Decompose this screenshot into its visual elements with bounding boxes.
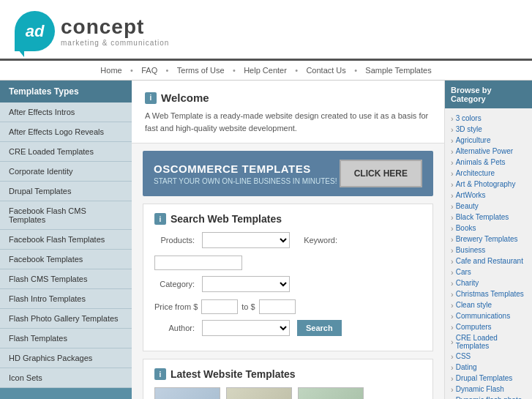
banner-title: OSCOMMERCE TEMPLATES	[154, 163, 337, 175]
sidebar-item-fb-flash[interactable]: Facebook Flash Templates	[0, 230, 132, 250]
search-icon: i	[154, 213, 166, 225]
sidebar-item-cre-loaded[interactable]: CRE Loaded Templates	[0, 142, 132, 162]
search-button[interactable]: Search	[297, 320, 342, 336]
nav-contact[interactable]: Contact Us	[306, 66, 345, 75]
cat-animals-pets[interactable]: Animals & Pets	[451, 157, 526, 168]
cat-alternative-power[interactable]: Alternative Power	[451, 146, 526, 157]
keyword-input[interactable]	[154, 256, 242, 270]
author-row: Author: Search	[154, 320, 422, 336]
cat-clean-style[interactable]: Clean style	[451, 299, 526, 310]
cat-cre-loaded[interactable]: CRE Loaded Templates	[451, 332, 526, 351]
sidebar-title: Templates Types	[0, 81, 132, 102]
author-select[interactable]	[202, 320, 290, 336]
logo-area: ad concept marketing & communication	[15, 11, 517, 51]
cat-artworks[interactable]: ArtWorks	[451, 190, 526, 201]
nav-faq[interactable]: FAQ	[141, 66, 157, 75]
banner-subtitle: START YOUR OWN ON-LINE BUSINESS IN MINUT…	[154, 177, 337, 185]
cat-agriculture[interactable]: Agriculture	[451, 135, 526, 146]
nav-bar: Home • FAQ • Terms of Use • Help Center …	[0, 61, 532, 81]
nav-home[interactable]: Home	[100, 66, 121, 75]
center-content: i Welcome A Web Template is a ready-made…	[132, 81, 444, 399]
nav-help[interactable]: Help Center	[244, 66, 287, 75]
cat-black-templates[interactable]: Black Templates	[451, 212, 526, 223]
cat-beauty[interactable]: Beauty	[451, 201, 526, 212]
nav-samples[interactable]: Sample Templates	[365, 66, 431, 75]
sidebar-item-flash-photo[interactable]: Flash Photo Gallery Templates	[0, 309, 132, 329]
nav-terms[interactable]: Terms of Use	[177, 66, 225, 75]
header: ad concept marketing & communication	[0, 0, 532, 61]
cat-css[interactable]: CSS	[451, 351, 526, 362]
sidebar-item-drupal[interactable]: Drupal Templates	[0, 182, 132, 201]
category-select[interactable]	[202, 276, 290, 292]
cat-business[interactable]: Business	[451, 245, 526, 256]
sidebar-item-after-effects-logo[interactable]: After Effects Logo Reveals	[0, 122, 132, 142]
latest-title: i Latest Website Templates	[154, 368, 422, 380]
author-label: Author:	[154, 324, 195, 332]
cat-art-photography[interactable]: Art & Photography	[451, 179, 526, 190]
sidebar-item-icon-sets[interactable]: Icon Sets	[0, 368, 132, 388]
banner-click-here-button[interactable]: CLICK HERE	[340, 160, 422, 187]
cat-communications[interactable]: Communications	[451, 310, 526, 321]
welcome-text: A Web Template is a ready-made website d…	[145, 110, 431, 134]
keyword-label: Keyword:	[297, 236, 337, 245]
thumbs-row: Dating Real Estate Progo	[154, 387, 422, 399]
welcome-icon: i	[145, 92, 157, 104]
sidebar-item-flash-intro[interactable]: Flash Intro Templates	[0, 289, 132, 309]
right-sidebar: Browse by Category 3 colors 3D style Agr…	[444, 81, 532, 399]
sidebar-item-corporate[interactable]: Corporate Identity	[0, 162, 132, 182]
cat-books[interactable]: Books	[451, 223, 526, 234]
sidebar-item-fb-flash-cms[interactable]: Facebook Flash CMS Templates	[0, 201, 132, 230]
sidebar-item-flash-templates[interactable]: Flash Templates	[0, 329, 132, 348]
category-label: Category:	[154, 280, 195, 288]
logo-concept-text: concept	[61, 15, 169, 39]
products-label: Products:	[154, 236, 195, 245]
welcome-title: Welcome	[161, 92, 209, 104]
price-from-label: Price from $	[154, 302, 198, 311]
sidebar-item-facebook[interactable]: Facebook Templates	[0, 250, 132, 269]
welcome-header: i Welcome	[145, 92, 431, 104]
cat-dating[interactable]: Dating	[451, 362, 526, 373]
sidebar-item-flash-cms[interactable]: Flash CMS Templates	[0, 269, 132, 289]
cat-drupal[interactable]: Drupal Templates	[451, 373, 526, 384]
left-sidebar: Templates Types After Effects Intros Aft…	[0, 81, 132, 399]
products-select[interactable]	[202, 232, 290, 248]
main-layout: Templates Types After Effects Intros Aft…	[0, 81, 532, 399]
thumb-real-estate[interactable]: Real Estate	[226, 387, 292, 399]
banner-left: OSCOMMERCE TEMPLATES START YOUR OWN ON-L…	[154, 163, 337, 185]
latest-section: i Latest Website Templates Dating Real E…	[143, 359, 433, 399]
welcome-section: i Welcome A Web Template is a ready-made…	[132, 81, 444, 143]
thumb-dating[interactable]: Dating	[154, 387, 220, 399]
cat-brewery[interactable]: Brewery Templates	[451, 234, 526, 245]
price-row: Price from $ to $	[154, 299, 296, 314]
right-sidebar-title: Browse by Category	[445, 81, 532, 108]
banner: OSCOMMERCE TEMPLATES START YOUR OWN ON-L…	[143, 151, 433, 196]
cat-christmas[interactable]: Christmas Templates	[451, 288, 526, 299]
thumb-progo[interactable]: Progo	[298, 387, 364, 399]
cat-architecture[interactable]: Architecture	[451, 168, 526, 179]
logo-text: concept marketing & communication	[61, 15, 169, 47]
cat-3colors[interactable]: 3 colors	[451, 113, 526, 124]
price-to-input[interactable]	[259, 299, 296, 314]
cat-dynamic-flash-photo[interactable]: Dynamic flash photo galleries	[451, 395, 526, 399]
price-to-label: to $	[241, 302, 255, 311]
cat-dynamic-flash[interactable]: Dynamic Flash	[451, 384, 526, 395]
search-form: Products: Keyword: Category: Price from …	[154, 232, 422, 336]
logo-ad-text: ad	[26, 22, 45, 41]
products-row: Products: Keyword:	[154, 232, 422, 270]
logo-tagline-text: marketing & communication	[61, 39, 169, 47]
cat-charity[interactable]: Charity	[451, 277, 526, 288]
category-row: Category: Price from $ to $	[154, 276, 422, 314]
latest-icon: i	[154, 368, 166, 380]
cat-cafe[interactable]: Cafe and Restaurant	[451, 256, 526, 266]
sidebar-item-hd-graphics[interactable]: HD Graphics Packages	[0, 348, 132, 368]
sidebar-item-after-effects-intros[interactable]: After Effects Intros	[0, 102, 132, 122]
search-section: i Search Web Templates Products: Keyword…	[143, 204, 433, 351]
right-category-list: 3 colors 3D style Agriculture Alternativ…	[445, 108, 532, 399]
cat-3dstyle[interactable]: 3D style	[451, 124, 526, 135]
cat-cars[interactable]: Cars	[451, 266, 526, 277]
search-title: i Search Web Templates	[154, 213, 422, 225]
cat-computers[interactable]: Computers	[451, 321, 526, 332]
logo-icon: ad	[15, 11, 55, 51]
price-from-input[interactable]	[201, 299, 238, 314]
